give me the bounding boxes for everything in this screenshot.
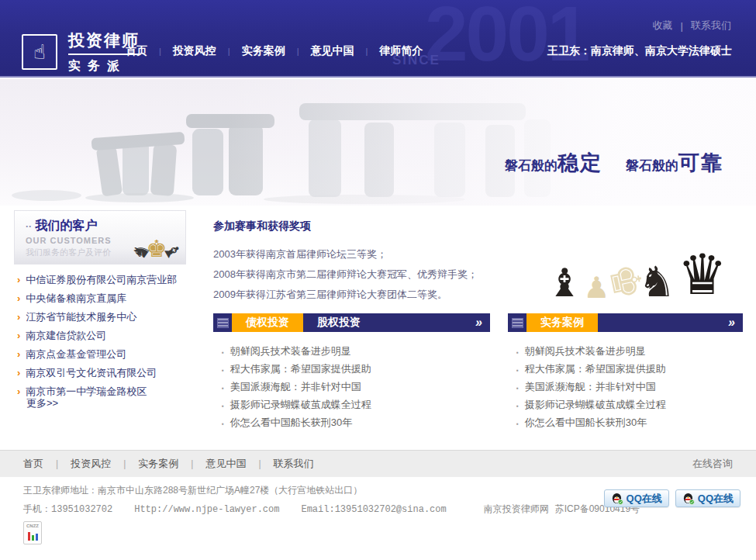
news-title: 摄影师记录蝴蝶破茧成蝶全过程 [230, 398, 371, 412]
phone-label: 手机： [23, 503, 51, 516]
news-item[interactable]: ▪摄影师记录蝴蝶破茧成蝶全过程 [516, 398, 756, 416]
slogan-strong: 稳定 [558, 149, 602, 177]
square-bullet-icon: ▪ [516, 349, 519, 356]
site-logo[interactable]: ☝ 投资律师 实务派 [22, 29, 140, 74]
online-consult-link[interactable]: 在线咨询 [692, 457, 733, 471]
cnzz-label: CNZZ [26, 524, 40, 529]
contact-link[interactable]: 联系我们 [691, 19, 731, 33]
qq-online-button[interactable]: QQ在线 [675, 489, 740, 507]
website-link[interactable]: Http://www.njpe-lawyer.com [134, 504, 279, 515]
client-item[interactable]: ›南京点金基金管理公司 [17, 347, 195, 366]
news-item[interactable]: ▪你怎么看中国船长获刑30年 [516, 416, 756, 434]
news-title: 你怎么看中国船长获刑30年 [230, 416, 352, 430]
square-bullet-icon: ▪ [222, 367, 224, 374]
news-item[interactable]: ▪美国派濒海舰：并非针对中国 [516, 380, 756, 398]
footer-nav-separator: | [56, 458, 58, 469]
award-item: 2003年获得南京首届律师论坛三等奖； [213, 244, 492, 264]
awards-section: 参加赛事和获得奖项 2003年获得南京首届律师论坛三等奖； 2008年获得南京市… [213, 220, 492, 305]
black-bishop-icon: ♝ [547, 264, 582, 302]
nav-risk-control[interactable]: 投资风控 [173, 44, 216, 58]
left-panel-more-arrow[interactable]: » [475, 313, 490, 332]
customers-subtitle-en: OUR CUSTOMERS [26, 236, 112, 245]
page: 2001 SINCE ☝ 投资律师 实务派 首页 | 投资风控 | 实务案例 |… [0, 0, 756, 560]
nav-lawyer-profile[interactable]: 律师简介 [379, 44, 423, 58]
slogan-strong: 可靠 [678, 149, 723, 177]
nav-home[interactable]: 首页 [126, 44, 147, 58]
customers-header-text: ·· 我们的客户 OUR CUSTOMERS 我们服务的客户及评价 [15, 211, 112, 264]
tab-practice-cases[interactable]: 实务案例 [526, 313, 598, 332]
footer-address: 王卫东律师地址：南京市中山东路288号新世纪广场A幢27楼（大行宫地铁站出口） [23, 484, 640, 497]
main-nav: 首页 | 投资风控 | 实务案例 | 意见中国 | 律师简介 [126, 44, 423, 58]
client-name: 南京建信贷款公司 [26, 329, 106, 343]
news-item[interactable]: ▪程大伟家属：希望国家提供援助 [222, 362, 478, 380]
nav-opinion-china[interactable]: 意见中国 [311, 44, 354, 58]
client-name: 江苏省节能技术服务中心 [26, 310, 136, 324]
footer-nav-contact[interactable]: 联系我们 [274, 457, 314, 471]
left-panel-tabbar: 债权投资 股权投资 » [213, 313, 490, 332]
watermark-year: 2001 [425, 0, 588, 78]
lawyer-intro: 王卫东：南京律师、南京大学法律硕士 [547, 44, 732, 58]
header: 2001 SINCE ☝ 投资律师 实务派 首页 | 投资风控 | 实务案例 |… [0, 0, 756, 78]
phone-number: 13951032702 [51, 504, 112, 515]
email-link[interactable]: Email:13951032702@sina.com [301, 504, 446, 515]
square-bullet-icon: ▪ [516, 403, 519, 410]
news-title: 美国派濒海舰：并非针对中国 [230, 380, 361, 394]
footer-info: 王卫东律师地址：南京市中山东路288号新世纪广场A幢27楼（大行宫地铁站出口） … [23, 484, 640, 516]
list-icon [508, 313, 526, 332]
client-item[interactable]: ›南京建信贷款公司 [17, 329, 195, 347]
arrow-bullet-icon: › [17, 385, 20, 397]
customers-subtitle-cn: 我们服务的客户及评价 [26, 247, 112, 258]
square-bullet-icon: ▪ [222, 403, 224, 410]
news-title: 朝鲜阅兵技术装备进步明显 [230, 344, 351, 358]
awards-list: 2003年获得南京首届律师论坛三等奖； 2008年获得南京市第二届律师辩论大赛冠… [213, 244, 492, 305]
more-clients-link[interactable]: 更多>> [26, 396, 58, 410]
footer-nav-opinion-china[interactable]: 意见中国 [205, 457, 246, 471]
client-item[interactable]: ›南京双引号文化资讯有限公司 [17, 366, 195, 385]
right-news-list: ▪朝鲜阅兵技术装备进步明显 ▪程大伟家属：希望国家提供援助 ▪美国派濒海舰：并非… [516, 344, 756, 434]
slogan-reliability: 磐石般的 可靠 [626, 149, 723, 177]
banner-fade-overlay [0, 79, 756, 206]
hero-slogans: 磐石般的 稳定 磐石般的 可靠 [505, 149, 723, 177]
footer-nav-risk-control[interactable]: 投资风控 [71, 457, 111, 471]
nav-separator: | [366, 47, 368, 56]
news-item[interactable]: ▪你怎么看中国船长获刑30年 [222, 416, 478, 434]
top-links-separator: | [681, 20, 683, 32]
chess-pieces-small-icon: ♞ ♚ ♝ [133, 211, 185, 264]
nav-cases[interactable]: 实务案例 [242, 44, 285, 58]
square-bullet-icon: ▪ [222, 420, 224, 427]
qq-buttons: QQ在线 QQ在线 [604, 489, 740, 507]
top-links: 收藏 | 联系我们 [653, 19, 731, 33]
arrow-bullet-icon: › [17, 274, 20, 285]
news-item[interactable]: ▪美国派濒海舰：并非针对中国 [222, 380, 478, 398]
favorite-link[interactable]: 收藏 [653, 19, 673, 33]
right-panel-more-arrow[interactable]: » [728, 313, 743, 332]
news-title: 程大伟家属：希望国家提供援助 [230, 362, 371, 376]
award-item: 2009年获得江苏省第三届律师辩论大赛团体二等奖。 [213, 285, 492, 305]
site-name: 南京投资律师网 [484, 503, 549, 516]
qq-penguin-icon [682, 493, 695, 505]
client-item[interactable]: ›江苏省节能技术服务中心 [17, 310, 195, 329]
footer-nav-bar: 首页 | 投资风控 | 实务案例 | 意见中国 | 联系我们 在线咨询 [0, 450, 756, 477]
news-title: 朝鲜阅兵技术装备进步明显 [525, 344, 646, 358]
tab-equity-investment[interactable]: 股权投资 [303, 313, 375, 332]
footer-nav-home[interactable]: 首页 [23, 457, 43, 471]
square-bullet-icon: ▪ [222, 385, 224, 392]
tab-debt-investment[interactable]: 债权投资 [232, 313, 303, 332]
news-item[interactable]: ▪摄影师记录蝴蝶破茧成蝶全过程 [222, 398, 478, 416]
bar-chart-icon [26, 531, 40, 541]
qq-button-label: QQ在线 [698, 492, 734, 506]
client-item[interactable]: ›中信证券股份有限公司南京营业部 [17, 273, 195, 292]
news-item[interactable]: ▪程大伟家属：希望国家提供援助 [516, 362, 756, 380]
client-item[interactable]: ›中央储备粮南京直属库 [17, 292, 195, 310]
footer-nav-separator: | [123, 458, 126, 469]
news-item[interactable]: ▪朝鲜阅兵技术装备进步明显 [516, 344, 756, 362]
cnzz-stats-badge[interactable]: CNZZ [23, 521, 42, 544]
square-bullet-icon: ▪ [222, 349, 224, 356]
footer-nav-cases[interactable]: 实务案例 [138, 457, 178, 471]
arrow-bullet-icon: › [17, 311, 20, 323]
news-title: 摄影师记录蝴蝶破茧成蝶全过程 [525, 398, 666, 412]
news-item[interactable]: ▪朝鲜阅兵技术装备进步明显 [222, 344, 478, 362]
qq-online-button[interactable]: QQ在线 [604, 489, 669, 507]
list-icon [213, 313, 232, 332]
black-queen-icon: ♛ [677, 247, 727, 302]
